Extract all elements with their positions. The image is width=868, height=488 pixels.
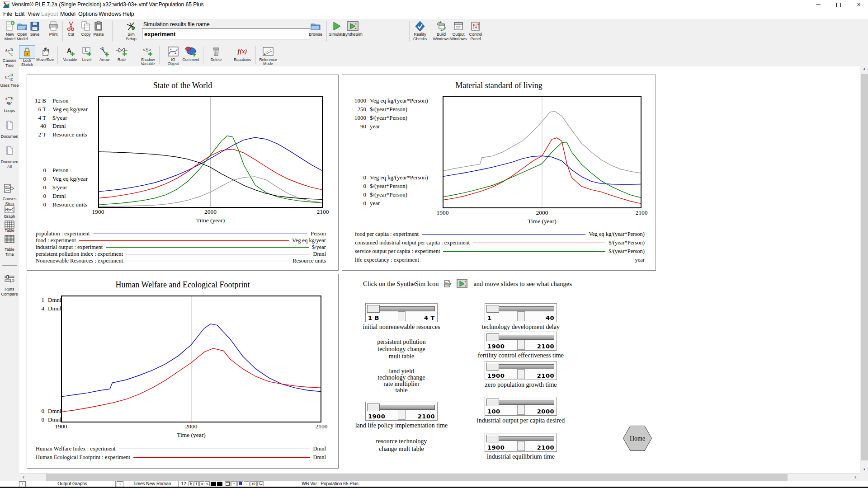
move-size-button[interactable]: Move/Size <box>33 45 57 66</box>
synthesim-mini-icon[interactable] <box>457 279 467 290</box>
menu-layout[interactable]: Layout <box>41 11 58 17</box>
status-pc-icon[interactable] <box>257 481 264 486</box>
slider-reset-marker[interactable] <box>398 410 406 420</box>
menu-options[interactable]: Options <box>78 11 98 17</box>
status-font-name[interactable]: Times New Roman <box>127 481 177 487</box>
sidebar-item-causes-tree[interactable]: CausesTree <box>0 58 19 68</box>
reality-checks-button[interactable]: RealityChecks <box>410 20 430 43</box>
status-font-size[interactable]: 12 <box>179 481 188 487</box>
close-button[interactable]: × <box>849 0 868 10</box>
menu-help[interactable]: Help <box>123 11 134 17</box>
status-color-swatch[interactable] <box>211 482 216 486</box>
legend-row: industrial output : experiment$/year <box>36 244 326 251</box>
status-arrow-icon[interactable]: → <box>244 481 250 486</box>
slider-table-label-line: land yield <box>343 368 460 375</box>
vertical-scrollbar[interactable]: ▲ ▼ <box>860 66 868 473</box>
synthesim-icon <box>347 21 359 31</box>
status-blue-swatch[interactable] <box>237 481 243 486</box>
sidebar-item-runs-compare[interactable]: RunsCompare <box>0 287 19 296</box>
build-windows-icon <box>436 21 447 32</box>
y-axis-label: 90year <box>342 123 443 130</box>
slider-handle[interactable] <box>486 305 499 313</box>
shadow-variable-button[interactable]: <S>ShadowVariable <box>136 45 160 66</box>
slider-handle[interactable] <box>486 435 499 442</box>
minimize-button[interactable] <box>808 0 828 10</box>
slider-handle[interactable] <box>486 333 499 341</box>
slider-reset-marker[interactable] <box>517 369 525 379</box>
status-precision-icon[interactable]: ±0 <box>250 481 257 486</box>
sidebar-item-loops[interactable]: Loops <box>0 108 19 113</box>
scroll-down-icon[interactable]: ▼ <box>860 468 868 471</box>
status-style-b[interactable]: b <box>189 481 193 486</box>
status-style-s[interactable]: s <box>205 481 210 486</box>
delete-button[interactable]: Delete <box>204 45 228 66</box>
status-crosshair-icon[interactable]: + <box>231 481 237 486</box>
print-button[interactable]: Print <box>43 20 63 43</box>
sidebar-divider <box>2 176 17 176</box>
slider[interactable]: 1 B4 T <box>365 303 438 322</box>
equations-button[interactable]: f(x)Equations <box>230 45 255 66</box>
slider[interactable]: 19002100 <box>485 332 557 351</box>
reference-mode-button[interactable]: ReferenceMode <box>256 45 280 66</box>
slider-caption: technology development delay <box>462 324 580 331</box>
slider-reset-marker[interactable] <box>517 405 525 415</box>
y-axis-label: 0Dmnl <box>27 408 61 415</box>
status-window-icon[interactable] <box>225 481 231 486</box>
comment-button[interactable]: Comment <box>179 45 203 66</box>
y-axis-value: 90 <box>342 123 366 130</box>
status-output-selector[interactable]: Output Graphs <box>32 481 113 487</box>
sidebar-item-document-all[interactable]: DocumenAll <box>0 160 19 169</box>
status-color-swatch[interactable] <box>217 482 222 486</box>
menu-model[interactable]: Model <box>60 11 75 17</box>
legend-unit: Dmnl <box>313 454 326 461</box>
slider[interactable]: 1002000 <box>485 397 557 416</box>
control-panel-icon <box>470 21 481 32</box>
rate-button[interactable]: Rate <box>109 45 134 66</box>
causes-strip-mini-icon[interactable] <box>444 280 452 289</box>
sidebar-item-table[interactable]: Table <box>0 228 19 233</box>
output-windows-icon <box>453 21 464 32</box>
control-panel-button[interactable]: ControlPanel <box>466 20 486 43</box>
slider-reset-marker[interactable] <box>517 340 525 350</box>
y-axis-label: 1000$/(year*Person) <box>342 114 443 122</box>
sidebar-item-uses-tree[interactable]: Uses Tree <box>0 83 19 88</box>
toolbar-separator <box>203 46 203 64</box>
sidebar-item-document[interactable]: Documen <box>0 134 19 139</box>
scroll-left-icon[interactable]: ‹ <box>20 474 27 481</box>
horizontal-scroll-thumb[interactable] <box>46 474 788 481</box>
sidebar-item-table-time[interactable]: TableTime <box>0 247 19 257</box>
move-size-label: Move/Size <box>33 58 57 62</box>
scroll-right-icon[interactable]: › <box>852 474 859 481</box>
slider-handle[interactable] <box>486 363 499 371</box>
scroll-up-icon[interactable]: ▲ <box>860 67 868 70</box>
horizontal-scrollbar[interactable]: ‹ › <box>19 473 860 481</box>
slider-handle[interactable] <box>367 404 380 411</box>
slider-handle[interactable] <box>486 399 499 406</box>
slider[interactable]: 19002100 <box>485 433 557 452</box>
slider-reset-marker[interactable] <box>517 311 525 321</box>
slider-table-label: resource technologychange mult table <box>343 437 460 453</box>
menu-file[interactable]: File <box>3 11 12 17</box>
paste-button[interactable]: Paste <box>89 20 108 43</box>
menu-view[interactable]: View <box>28 11 40 17</box>
browse-button[interactable]: Browse <box>306 20 326 43</box>
status-style-i[interactable]: i <box>194 481 199 486</box>
save-button[interactable]: Save <box>25 20 45 43</box>
legend-label: service output per capita : experiment <box>355 248 440 255</box>
slider-reset-marker[interactable] <box>517 441 525 451</box>
status-style-u[interactable]: u <box>199 481 204 486</box>
sidebar-item-graph[interactable]: Graph <box>0 214 19 219</box>
restore-button[interactable] <box>828 0 849 10</box>
vertical-scroll-thumb[interactable] <box>861 74 868 460</box>
menu-windows[interactable]: Windows <box>99 11 122 17</box>
y-axis-value: 1 <box>27 296 44 304</box>
slider[interactable]: 19002100 <box>485 361 557 380</box>
slider-handle[interactable] <box>367 305 380 313</box>
slider[interactable]: 19002100 <box>365 402 438 421</box>
slider-reset-marker[interactable] <box>398 311 406 321</box>
synthesim-button[interactable]: SyntheSim <box>343 20 363 43</box>
sim-file-input[interactable] <box>142 28 310 39</box>
slider[interactable]: 140 <box>485 303 557 322</box>
menu-edit[interactable]: Edit <box>15 11 25 17</box>
toolbar-separator <box>135 46 135 64</box>
